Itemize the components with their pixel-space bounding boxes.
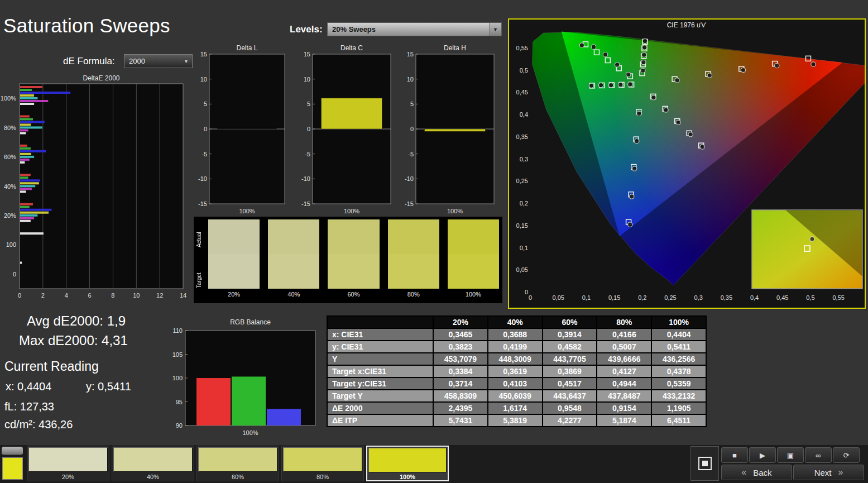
target-label: Target [196, 260, 205, 301]
table-col-header: 60% [543, 316, 597, 328]
table-row: Target y:CIE310,37140,41030,45170,49440,… [327, 377, 706, 390]
patch-button-20%[interactable]: 20% [27, 446, 109, 481]
de-bar-red [20, 115, 30, 117]
delta_l-bar [218, 127, 276, 129]
cie-measured-marker-yellow [642, 52, 646, 57]
table-cell: 450,6039 [488, 390, 543, 402]
reading-x: x: 0,4404 [6, 380, 51, 393]
stop-button[interactable]: ■ [721, 447, 748, 463]
swatch-axis-labels: Actual Target [196, 219, 205, 301]
collapse-button[interactable] [2, 447, 23, 455]
table-row-label: y: CIE31 [327, 341, 433, 353]
de-bar-blue [20, 92, 70, 94]
cie-measured-marker-red [811, 62, 816, 66]
levels-dropdown[interactable]: 20% Sweeps ▼ [327, 22, 502, 36]
cie-zoom-inset [752, 210, 862, 289]
y-tick-label: -10 [198, 175, 207, 182]
table-cell: 458,8309 [433, 390, 488, 402]
cie-measured-marker-green [615, 63, 619, 67]
y-tick-label: 0,4 [520, 111, 528, 118]
category-label: 60% [4, 154, 16, 160]
cie-measured-marker-cyan [618, 83, 622, 87]
de-formula-value: 2000 [129, 57, 145, 65]
y-tick-label: 0,1 [520, 245, 528, 251]
swatch-label: 40% [268, 289, 319, 299]
target-color [448, 254, 499, 289]
table-cell: 0,3869 [543, 365, 597, 377]
table-col-header: 20% [433, 316, 488, 328]
table-cell: 0,9548 [543, 402, 597, 414]
table-row: ΔE 20002,43951,61740,95480,91541,1905 [327, 402, 706, 414]
table-cell: 0,3914 [543, 328, 597, 341]
patch-swatch-color [28, 447, 108, 472]
de-formula-dropdown[interactable]: 2000 ▼ [124, 54, 193, 68]
y-tick-label: 0,15 [516, 222, 528, 229]
de-bar-yellow [20, 182, 39, 184]
y-tick-label: 5 [307, 101, 310, 107]
back-button-label: Back [753, 468, 771, 477]
cie-measured-marker-cyan [608, 83, 613, 87]
chevron-down-icon: ▼ [184, 59, 189, 64]
max-de2000-readout: Max dE2000: 4,31 [19, 333, 128, 348]
y-tick-label: 0 [307, 126, 310, 132]
cie-measured-marker-blue [630, 194, 634, 199]
cie-measured-marker-magenta [664, 108, 668, 112]
play-button[interactable]: ▶ [749, 447, 776, 463]
de-bar-red [20, 145, 27, 147]
y-tick-label: 0 [410, 126, 414, 132]
actual-color [388, 219, 439, 254]
y-tick-label: 0,3 [520, 156, 528, 162]
de-bar-magenta [20, 129, 28, 131]
y-tick-label: -10 [301, 175, 310, 182]
y-tick-label: 15 [200, 51, 207, 58]
table-cell: 0,5359 [651, 377, 706, 390]
cie-measured-marker-green [626, 72, 631, 76]
patch-swatch-color [113, 447, 193, 472]
measurement-table: 20%40%60%80%100%x: CIE310,34650,36880,39… [327, 315, 707, 427]
y-tick-label: 15 [407, 51, 414, 58]
patch-button-100%[interactable]: 100% [366, 446, 449, 481]
x-tick-label: 0,1 [582, 294, 591, 301]
table-cell: 0,3465 [433, 328, 488, 341]
de-bar-white [20, 132, 26, 134]
table-cell: 0,4404 [651, 328, 706, 341]
rgb-balance-chart: RGB Balance1101051009590100% [167, 317, 324, 437]
y-tick-label: 5 [410, 101, 414, 107]
table-cell: 0,3714 [433, 377, 488, 390]
de-bar-yellow [20, 212, 49, 214]
actual-color [448, 219, 499, 254]
de-bar-white [20, 232, 44, 235]
patch-swatch-color [283, 447, 362, 472]
table-cell: 0,4199 [488, 341, 543, 353]
x-tick-label: 10 [133, 292, 140, 299]
delta_h-bar [424, 129, 485, 131]
cie-measured-marker-yellow [641, 68, 645, 73]
chevron-right-icon: » [838, 467, 843, 477]
next-button[interactable]: Next » [793, 465, 864, 480]
pattern-window-button[interactable] [690, 446, 719, 481]
x-tick-label: 0,55 [832, 294, 844, 301]
patch-button-80%[interactable]: 80% [281, 446, 364, 481]
back-button[interactable]: « Back [721, 465, 792, 480]
y-tick-label: 0,35 [516, 133, 528, 140]
table-cell: 4,2277 [543, 414, 597, 427]
capture-button[interactable]: ▣ [777, 447, 804, 463]
x-tick-label: 6 [88, 292, 92, 299]
y-tick-label: 0,45 [516, 89, 528, 95]
target-color [388, 254, 439, 289]
refresh-button[interactable]: ⟳ [833, 447, 860, 463]
current-reading-heading: Current Reading [4, 359, 99, 374]
swatch-20%: 20% [208, 219, 260, 301]
continuous-button[interactable]: ∞ [805, 447, 832, 463]
table-cell: 0,3619 [488, 365, 543, 377]
de-bar-magenta [20, 100, 48, 102]
patch-button-60%[interactable]: 60% [196, 446, 279, 481]
swatch-label: 100% [448, 289, 499, 299]
y-tick-label: 10 [200, 76, 207, 83]
patch-button-40%[interactable]: 40% [112, 446, 194, 481]
de-bar-magenta [20, 188, 32, 190]
table-cell: 0,5007 [597, 341, 651, 353]
table-cell: 0,3384 [433, 365, 488, 377]
chevron-down-icon: ▼ [489, 23, 501, 36]
category-label: 100 [6, 241, 16, 248]
